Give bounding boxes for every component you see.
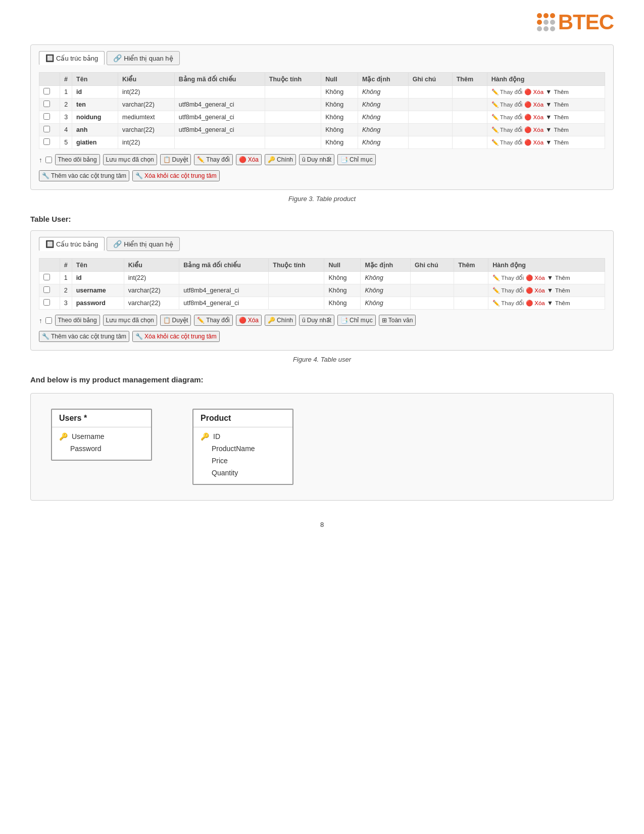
btn-xoa[interactable]: 🔴 Xóa [526,287,545,294]
table-row: 1 id int(22) Không Không ✏️ Thay đổi 🔴 X… [39,272,605,284]
tab-cau-truc-bang-1[interactable]: 🔲 Cấu trúc bảng [39,51,105,65]
row-checkbox[interactable] [43,299,50,306]
btn-xoa-footer[interactable]: 🔴 Xóa [236,154,262,165]
btn-duy-nhat[interactable]: ū Duy nhất [299,315,334,326]
btn-xoa-khoi[interactable]: 🔧 Xóa khỏi các cột trung tâm [132,331,220,342]
tab-hien-thi-quan-he-2[interactable]: 🔗 Hiển thị quan hệ [107,237,179,251]
btn-them-vao[interactable]: 🔧 Thêm vào các cột trung tâm [39,170,129,181]
select-all-checkbox[interactable] [45,157,52,163]
figure3-footer: ↑ Theo dõi bảng Lưu mục đã chọn 📋 Duyệt … [39,154,605,181]
btn-xoa[interactable]: 🔴 Xóa [524,126,543,133]
btn-xoa[interactable]: 🔴 Xóa [526,300,545,307]
btn-xoa-khoi[interactable]: 🔧 Xóa khỏi các cột trung tâm [132,170,220,181]
btn-them[interactable]: Thêm [554,127,568,133]
btn-chinh[interactable]: 🔑 Chính [265,315,296,326]
btn-thay-doi[interactable]: ✏️ Thay đổi [491,88,523,95]
btn-xoa[interactable]: 🔴 Xóa [524,101,543,108]
btn-xoa[interactable]: 🔴 Xóa [526,274,545,281]
col-ten: Tên [72,259,124,272]
btn-xoa[interactable]: 🔴 Xóa [524,88,543,95]
btn-chi-muc[interactable]: 📑 Chỉ mục [337,154,376,165]
btn-theo-doi-bang[interactable]: Theo dõi bảng [55,315,100,326]
btn-thay-doi[interactable]: ✏️ Thay đổi [491,139,523,146]
figure3-tabs: 🔲 Cấu trúc bảng 🔗 Hiển thị quan hệ [39,51,605,65]
col-kieu: Kiểu [118,73,174,86]
row-checkbox[interactable] [43,286,50,293]
col-ghi-chu: Ghi chú [408,73,452,86]
action-btns: ✏️ Thay đổi 🔴 Xóa ▼ Thêm [491,139,601,146]
btn-them[interactable]: Thêm [554,114,568,120]
btn-thay-doi[interactable]: ✏️ Thay đổi [491,101,523,108]
btn-luu-muc[interactable]: Lưu mục đã chọn [103,315,157,326]
row-checkbox[interactable] [43,101,50,107]
er-users-title: Users * [52,410,151,427]
er-entity-users: Users * 🔑 Username Password [51,409,152,461]
btn-them[interactable]: Thêm [555,275,570,281]
btn-thay-doi-footer[interactable]: ✏️ Thay đổi [194,154,232,165]
logo-dot [543,26,549,31]
key-icon-id: 🔑 [201,432,209,440]
col-ghi-chu: Ghi chú [411,259,454,272]
tab-hien-thi-quan-he-1[interactable]: 🔗 Hiển thị quan hệ [107,51,179,65]
btn-them[interactable]: Thêm [555,287,570,293]
table-row: 3 noidung mediumtext utf8mb4_general_ci … [39,111,605,124]
logo-text: BTEC [558,10,614,34]
col-checkbox [39,259,60,272]
row-checkbox[interactable] [43,126,50,132]
btn-duy-nhat[interactable]: ū Duy nhất [299,154,334,165]
btn-theo-doi-bang[interactable]: Theo dõi bảng [55,154,100,165]
logo-dot [543,13,549,18]
btn-them-vao[interactable]: 🔧 Thêm vào các cột trung tâm [39,331,129,342]
er-users-body: 🔑 Username Password [52,427,151,460]
btn-them[interactable]: Thêm [554,102,568,108]
btn-thay-doi[interactable]: ✏️ Thay đổi [492,300,524,307]
action-btns: ✏️ Thay đổi 🔴 Xóa ▼ Thêm [491,101,601,108]
action-btns: ✏️ Thay đổi 🔴 Xóa ▼ Thêm [492,287,601,294]
btn-luu-muc[interactable]: Lưu mục đã chọn [103,154,157,165]
col-bang-ma: Bảng mã đối chiếu [174,73,265,86]
action-btns: ✏️ Thay đổi 🔴 Xóa ▼ Thêm [492,274,601,281]
er-field-password: Password [59,443,144,455]
table-header-row: # Tên Kiểu Bảng mã đối chiếu Thuộc tính … [39,259,605,272]
col-hanh-dong: Hành động [487,73,605,86]
col-bang-ma: Bảng mã đối chiếu [179,259,269,272]
btn-xoa[interactable]: 🔴 Xóa [524,114,543,121]
btn-chi-muc[interactable]: 📑 Chỉ mục [337,315,376,326]
btn-chinh[interactable]: 🔑 Chính [265,154,296,165]
row-checkbox[interactable] [43,274,50,280]
action-btns: ✏️ Thay đổi 🔴 Xóa ▼ Thêm [491,126,601,133]
logo-dot [550,20,555,25]
btn-thay-doi[interactable]: ✏️ Thay đổi [492,287,524,294]
footer-row1: ↑ Theo dõi bảng Lưu mục đã chọn 📋 Duyệt … [39,315,605,326]
figure4-caption: Figure 4. Table user [30,356,614,363]
er-product-body: 🔑 ID ProductName Price Quantity [193,427,292,484]
btn-them[interactable]: Thêm [554,89,568,95]
btn-thay-doi[interactable]: ✏️ Thay đổi [491,126,523,133]
row-checkbox[interactable] [43,113,50,120]
tab-cau-truc-bang-2[interactable]: 🔲 Cấu trúc bảng [39,237,105,251]
footer-row1: ↑ Theo dõi bảng Lưu mục đã chọn 📋 Duyệt … [39,154,605,165]
btn-thay-doi[interactable]: ✏️ Thay đổi [492,274,524,281]
row-checkbox[interactable] [43,88,50,94]
btn-them[interactable]: Thêm [555,300,570,306]
action-btns: ✏️ Thay đổi 🔴 Xóa ▼ Thêm [491,88,601,95]
btn-them[interactable]: Thêm [554,139,568,145]
btn-xoa[interactable]: 🔴 Xóa [524,139,543,146]
col-thuoc-tinh: Thuộc tính [269,259,324,272]
er-field-price: Price [201,455,285,467]
logo-dot [550,26,555,31]
logo-dot [537,26,542,31]
logo-dot [543,20,549,25]
btn-thay-doi-footer[interactable]: ✏️ Thay đổi [194,315,232,326]
table-row: 2 ten varchar(22) utf8mb4_general_ci Khô… [39,99,605,111]
btn-duyet[interactable]: 📋 Duyệt [160,154,191,165]
btn-toan-van[interactable]: ⊞ Toàn văn [379,315,416,326]
row-checkbox[interactable] [43,138,50,145]
select-all-checkbox[interactable] [45,317,52,324]
btn-thay-doi[interactable]: ✏️ Thay đổi [491,114,523,121]
btn-duyet[interactable]: 📋 Duyệt [160,315,191,326]
table-header-row: # Tên Kiểu Bảng mã đối chiếu Thuộc tính … [39,73,605,86]
er-field-username: 🔑 Username [59,430,144,443]
table-structure-icon2: 🔲 [45,240,54,248]
btn-xoa-footer[interactable]: 🔴 Xóa [236,315,262,326]
